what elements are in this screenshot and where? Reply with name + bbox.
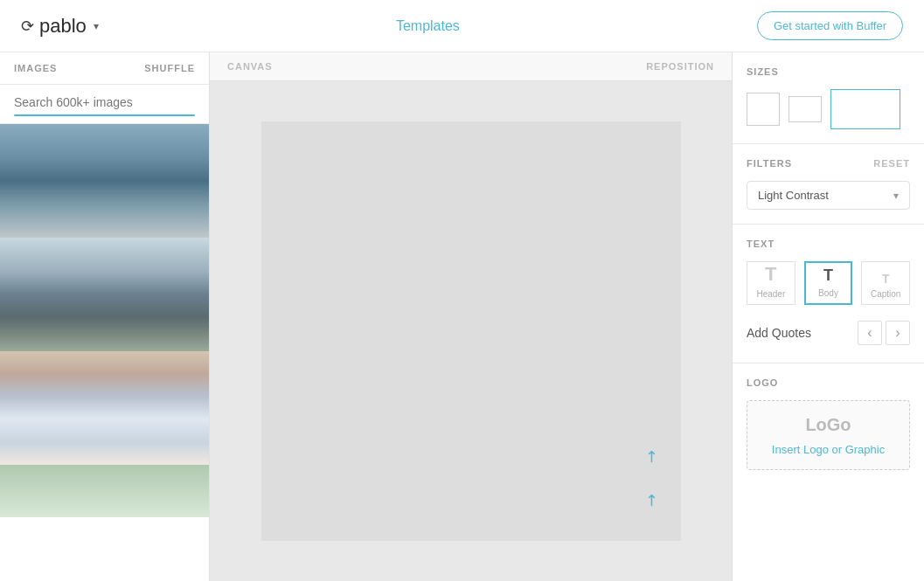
resize-icon-1: ↗ <box>640 488 663 511</box>
left-panel: IMAGES SHUFFLE <box>0 52 210 581</box>
resize-handle-1[interactable]: ↗ <box>645 490 658 509</box>
canvas-area: CANVAS REPOSITION ↗ ↗ <box>210 52 732 581</box>
dropdown-arrow-icon: ▾ <box>893 190 899 202</box>
size-small-button[interactable] <box>789 96 822 122</box>
text-caption-button[interactable]: T Caption <box>861 261 910 305</box>
logo-caret-icon: ▾ <box>94 20 99 32</box>
text-options: T Header T Body T Caption <box>747 261 910 305</box>
list-item[interactable] <box>0 124 209 238</box>
text-title: TEXT <box>747 239 910 249</box>
caption-text-label: Caption <box>871 289 900 299</box>
logo-text: pablo <box>39 15 87 38</box>
right-panel: SIZES FILTERS RESET Light Contrast ▾ TEX… <box>732 52 924 581</box>
sizes-grid <box>747 89 910 129</box>
add-quotes-label: Add Quotes <box>747 326 811 340</box>
header: ⟳ pablo ▾ Templates Get started with Buf… <box>0 0 924 52</box>
resize-handle-2[interactable]: ↗ <box>645 446 658 466</box>
logo-insert-label: Insert Logo or Graphic <box>772 443 885 456</box>
filters-section: FILTERS RESET Light Contrast ▾ <box>733 144 924 225</box>
canvas-label: CANVAS <box>227 61 273 72</box>
size-wide-button[interactable] <box>830 89 900 129</box>
sizes-section: SIZES <box>733 52 924 144</box>
nav-templates[interactable]: Templates <box>396 18 460 34</box>
filter-dropdown[interactable]: Light Contrast ▾ <box>747 181 910 210</box>
main-layout: IMAGES SHUFFLE CANVAS REPOSITION ↗ <box>0 52 924 581</box>
shuffle-button[interactable]: SHUFFLE <box>144 63 195 73</box>
quotes-next-button[interactable]: › <box>886 321 910 345</box>
quotes-prev-button[interactable]: ‹ <box>858 321 882 345</box>
list-item[interactable] <box>0 465 209 517</box>
filters-title: FILTERS <box>747 158 792 169</box>
filter-selected-value: Light Contrast <box>758 189 829 202</box>
left-panel-header: IMAGES SHUFFLE <box>0 52 209 85</box>
caption-text-icon: T <box>882 272 890 286</box>
quotes-navigation: ‹ › <box>858 321 910 345</box>
reposition-button[interactable]: REPOSITION <box>646 61 714 72</box>
logo-insert-area[interactable]: LoGo Insert Logo or Graphic <box>747 400 910 470</box>
resize-icon-2: ↗ <box>640 445 663 467</box>
logo-title: LOGO <box>747 377 910 388</box>
canvas-content: ↗ ↗ <box>210 81 732 581</box>
logo-word: LoGo <box>772 412 885 438</box>
pablo-logo-icon: ⟳ <box>21 17 34 36</box>
add-quotes-row: Add Quotes ‹ › <box>747 317 910 349</box>
images-list <box>0 124 209 581</box>
logo-area[interactable]: ⟳ pablo ▾ <box>21 15 99 38</box>
get-started-button[interactable]: Get started with Buffer <box>757 11 903 40</box>
list-item[interactable] <box>0 351 209 465</box>
text-body-button[interactable]: T Body <box>804 261 853 305</box>
header-text-label: Header <box>756 289 785 299</box>
filters-header: FILTERS RESET <box>747 158 910 169</box>
body-text-label: Body <box>818 288 838 298</box>
search-area <box>0 85 209 124</box>
header-text-icon: T <box>765 263 776 286</box>
images-label: IMAGES <box>14 63 57 73</box>
filters-reset-button[interactable]: RESET <box>873 158 910 169</box>
list-item[interactable] <box>0 238 209 351</box>
size-square-button[interactable] <box>747 93 780 126</box>
search-underline <box>14 114 195 116</box>
logo-section: LOGO LoGo Insert Logo or Graphic <box>733 363 924 484</box>
canvas-toolbar: CANVAS REPOSITION <box>210 52 732 81</box>
text-header-button[interactable]: T Header <box>747 261 795 305</box>
sizes-title: SIZES <box>747 66 910 77</box>
text-section: TEXT T Header T Body T Caption Add Quote… <box>733 225 924 363</box>
canvas-bg[interactable]: ↗ ↗ <box>261 121 681 541</box>
body-text-icon: T <box>823 266 833 285</box>
search-input[interactable] <box>14 93 195 111</box>
logo-insert-text: LoGo Insert Logo or Graphic <box>772 412 885 459</box>
